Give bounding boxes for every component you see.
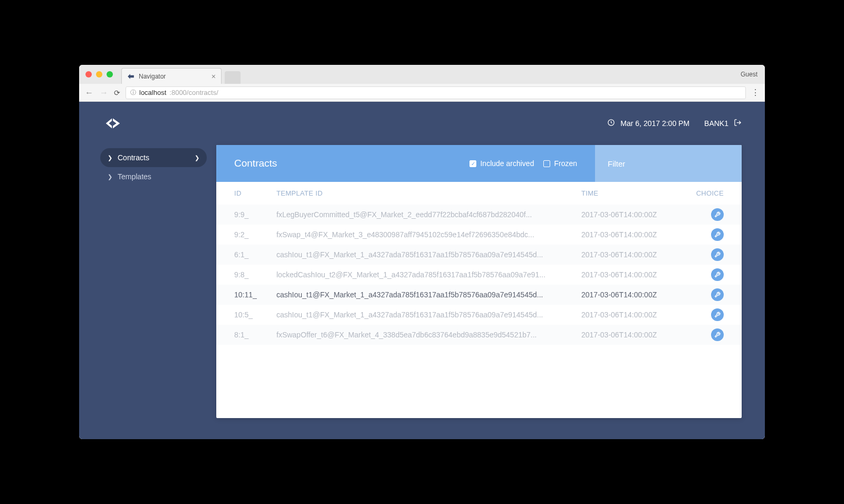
cell-choice [687, 228, 724, 241]
toolbar: Contracts ✓ Include archived Frozen [216, 145, 742, 182]
toolbar-left: Contracts ✓ Include archived Frozen [216, 145, 595, 182]
profile-label[interactable]: Guest [741, 71, 757, 78]
column-header-id[interactable]: ID [234, 189, 276, 197]
cell-id: 8:1_ [234, 331, 276, 339]
sidebar: ❯ Contracts ❯ ❯ Templates [79, 145, 216, 418]
toolbar-checks: ✓ Include archived Frozen [469, 159, 577, 168]
cell-choice [687, 248, 724, 261]
tab-close-icon[interactable]: × [212, 72, 216, 81]
table-row[interactable]: 9:2_fxSwap_t4@FX_Market_3_e48300987aff79… [216, 225, 742, 245]
browser-tab-bar: Navigator × Guest [79, 65, 765, 84]
column-header-template[interactable]: TEMPLATE ID [276, 189, 581, 197]
include-archived-checkbox[interactable]: ✓ Include archived [469, 159, 534, 168]
page-title: Contracts [234, 158, 277, 169]
clock-icon [607, 119, 615, 128]
cell-template: cashIou_t1@FX_Market_1_a4327ada785f16317… [276, 311, 581, 319]
filter-placeholder: Filter [608, 159, 625, 168]
cell-choice [687, 208, 724, 221]
table-row[interactable]: 9:9_fxLegBuyerCommitted_t5@FX_Market_2_e… [216, 205, 742, 225]
sidebar-item-contracts[interactable]: ❯ Contracts ❯ [100, 148, 207, 167]
tab-title: Navigator [139, 73, 166, 80]
site-info-icon[interactable]: ⓘ [130, 89, 136, 96]
choice-action-button[interactable] [711, 328, 724, 341]
window-controls [85, 71, 113, 77]
cell-id: 9:2_ [234, 230, 276, 239]
maximize-window-button[interactable] [107, 71, 113, 77]
checkbox-icon: ✓ [469, 160, 476, 167]
sidebar-item-label: Templates [118, 172, 151, 181]
table-row[interactable]: 10:11_cashIou_t1@FX_Market_1_a4327ada785… [216, 285, 742, 305]
cell-id: 9:8_ [234, 270, 276, 279]
cell-template: lockedCashIou_t2@FX_Market_1_a4327ada785… [276, 270, 581, 279]
cell-time: 2017-03-06T14:00:00Z [581, 331, 687, 339]
cell-template: cashIou_t1@FX_Market_1_a4327ada785f16317… [276, 290, 581, 299]
clock-group: Mar 6, 2017 2:00 PM [607, 119, 689, 128]
url-input[interactable]: ⓘ localhost:8000/contracts/ [126, 86, 746, 99]
svg-marker-0 [128, 74, 134, 79]
cell-id: 10:5_ [234, 311, 276, 319]
choice-action-button[interactable] [711, 248, 724, 261]
cell-time: 2017-03-06T14:00:00Z [581, 250, 687, 259]
column-header-time[interactable]: TIME [581, 189, 687, 197]
column-header-choice[interactable]: CHOICE [687, 189, 724, 197]
sidebar-item-templates[interactable]: ❯ Templates [100, 167, 207, 186]
browser-menu-icon[interactable]: ⋮ [751, 88, 760, 98]
chevron-right-icon: ❯ [108, 173, 112, 180]
checkbox-label: Frozen [554, 159, 577, 168]
cell-choice [687, 328, 724, 341]
checkbox-icon [543, 160, 550, 167]
cell-id: 9:9_ [234, 210, 276, 219]
app-body: ❯ Contracts ❯ ❯ Templates Contracts [79, 145, 765, 439]
table-header-row: ID TEMPLATE ID TIME CHOICE [216, 182, 742, 205]
table-row[interactable]: 6:1_cashIou_t1@FX_Market_1_a4327ada785f1… [216, 245, 742, 265]
cell-template: fxSwap_t4@FX_Market_3_e48300987aff794510… [276, 230, 581, 239]
user-group: BANK1 [704, 119, 742, 128]
sidebar-item-label: Contracts [118, 153, 149, 162]
filter-input[interactable]: Filter [595, 145, 742, 182]
cell-choice [687, 308, 724, 321]
main-panel: Contracts ✓ Include archived Frozen [216, 145, 742, 418]
app-logo-icon[interactable] [102, 113, 123, 134]
logout-icon[interactable] [734, 119, 742, 128]
cell-template: fxLegBuyerCommitted_t5@FX_Market_2_eedd7… [276, 210, 581, 219]
table-row[interactable]: 9:8_lockedCashIou_t2@FX_Market_1_a4327ad… [216, 265, 742, 285]
header-right: Mar 6, 2017 2:00 PM BANK1 [607, 119, 742, 128]
minimize-window-button[interactable] [96, 71, 102, 77]
app-root: Mar 6, 2017 2:00 PM BANK1 ❯ Contracts ❯ [79, 102, 765, 439]
browser-window: Navigator × Guest ← → ⟳ ⓘ localhost:8000… [79, 65, 765, 439]
tab-favicon-icon [127, 73, 135, 80]
cell-template: fxSwapOffer_t6@FX_Market_4_338d5ea7db6c8… [276, 331, 581, 339]
cell-time: 2017-03-06T14:00:00Z [581, 311, 687, 319]
url-path: :8000/contracts/ [169, 89, 218, 96]
cell-template: cashIou_t1@FX_Market_1_a4327ada785f16317… [276, 250, 581, 259]
table-body: 9:9_fxLegBuyerCommitted_t5@FX_Market_2_e… [216, 205, 742, 345]
forward-button[interactable]: → [99, 88, 109, 98]
table-row[interactable]: 10:5_cashIou_t1@FX_Market_1_a4327ada785f… [216, 305, 742, 325]
url-host: localhost [139, 89, 166, 96]
close-window-button[interactable] [85, 71, 92, 77]
cell-time: 2017-03-06T14:00:00Z [581, 270, 687, 279]
choice-action-button[interactable] [711, 268, 724, 281]
frozen-checkbox[interactable]: Frozen [543, 159, 577, 168]
browser-tab-active[interactable]: Navigator × [121, 68, 222, 84]
cell-choice [687, 288, 724, 301]
reload-button[interactable]: ⟳ [114, 89, 120, 97]
cell-time: 2017-03-06T14:00:00Z [581, 290, 687, 299]
browser-address-bar: ← → ⟳ ⓘ localhost:8000/contracts/ ⋮ [79, 84, 765, 102]
table-row[interactable]: 8:1_fxSwapOffer_t6@FX_Market_4_338d5ea7d… [216, 325, 742, 345]
browser-tabs: Navigator × [121, 65, 241, 84]
chevron-right-icon: ❯ [195, 154, 199, 161]
choice-action-button[interactable] [711, 308, 724, 321]
back-button[interactable]: ← [84, 88, 94, 98]
choice-action-button[interactable] [711, 208, 724, 221]
user-label: BANK1 [704, 119, 728, 128]
checkbox-label: Include archived [480, 159, 534, 168]
contracts-table: ID TEMPLATE ID TIME CHOICE 9:9_fxLegBuye… [216, 182, 742, 418]
choice-action-button[interactable] [711, 228, 724, 241]
cell-time: 2017-03-06T14:00:00Z [581, 210, 687, 219]
app-header: Mar 6, 2017 2:00 PM BANK1 [79, 102, 765, 145]
choice-action-button[interactable] [711, 288, 724, 301]
cell-id: 6:1_ [234, 250, 276, 259]
new-tab-button[interactable] [225, 71, 241, 84]
cell-choice [687, 268, 724, 281]
